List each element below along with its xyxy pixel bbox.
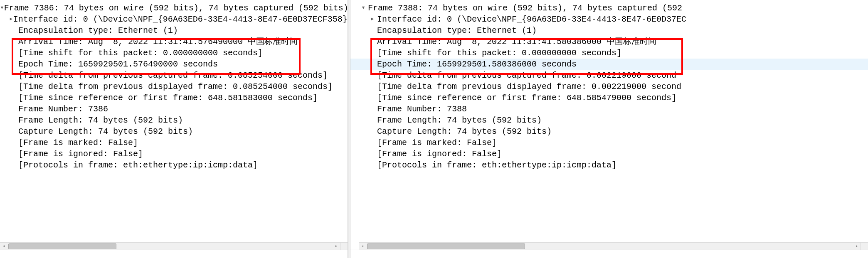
delta-captured: [Time delta from previous captured frame…: [377, 70, 676, 81]
scroll-right-icon[interactable]: ▸: [333, 243, 340, 250]
frame-marked: [Frame is marked: False]: [18, 137, 138, 148]
frame-ignored: [Frame is ignored: False]: [18, 148, 143, 160]
since-ref: [Time since reference or first frame: 64…: [377, 92, 676, 103]
interface-row[interactable]: Interface id: 0 (\Device\NPF_{96A63ED6-3…: [0, 14, 348, 25]
frame-length: Frame Length: 74 bytes (592 bits): [18, 115, 183, 126]
frame-length: Frame Length: 74 bytes (592 bits): [377, 115, 542, 126]
frame-number: Frame Number: 7388: [377, 103, 467, 115]
scroll-left-icon[interactable]: ◂: [0, 243, 7, 250]
horizontal-scrollbar[interactable]: ◂ ▸: [359, 242, 861, 250]
frame-length-row[interactable]: Frame Length: 74 bytes (592 bits): [0, 115, 348, 126]
packet-tree-right[interactable]: Frame 7388: 74 bytes on wire (592 bits),…: [350, 0, 868, 241]
frame-length-row[interactable]: Frame Length: 74 bytes (592 bits): [350, 115, 868, 126]
since-ref: [Time since reference or first frame: 64…: [18, 92, 318, 103]
encapsulation-type: Encapsulation type: Ethernet (1): [18, 25, 178, 36]
packet-details-pane-right: Frame 7388: 74 bytes on wire (592 bits),…: [350, 0, 868, 258]
capture-length-row[interactable]: Capture Length: 74 bytes (592 bits): [350, 126, 868, 137]
encapsulation-row[interactable]: Encapsulation type: Ethernet (1): [350, 25, 868, 36]
interface-id: Interface id: 0 (\Device\NPF_{96A63ED6-3…: [377, 14, 686, 25]
scrollbar-corner: [340, 242, 348, 250]
time-shift-row[interactable]: [Time shift for this packet: 0.000000000…: [0, 47, 348, 59]
since-ref-row[interactable]: [Time since reference or first frame: 64…: [350, 92, 868, 103]
chevron-right-icon[interactable]: [9, 14, 13, 25]
frame-number-row[interactable]: Frame Number: 7388: [350, 103, 868, 115]
protocols-row[interactable]: [Protocols in frame: eth:ethertype:ip:ic…: [350, 160, 868, 171]
scroll-left-icon[interactable]: ◂: [359, 243, 366, 250]
delta-displayed-row[interactable]: [Time delta from previous displayed fram…: [0, 81, 348, 92]
encapsulation-row[interactable]: Encapsulation type: Ethernet (1): [0, 25, 348, 36]
time-shift: [Time shift for this packet: 0.000000000…: [377, 47, 621, 59]
capture-length: Capture Length: 74 bytes (592 bits): [18, 126, 193, 137]
frame-ignored-row[interactable]: [Frame is ignored: False]: [350, 148, 868, 160]
frame-marked-row[interactable]: [Frame is marked: False]: [0, 137, 348, 148]
scroll-right-icon[interactable]: ▸: [853, 243, 861, 250]
protocols: [Protocols in frame: eth:ethertype:ip:ic…: [377, 160, 616, 171]
frame-summary: Frame 7386: 74 bytes on wire (592 bits),…: [4, 2, 348, 14]
delta-captured-row[interactable]: [Time delta from previous captured frame…: [0, 70, 348, 81]
interface-row[interactable]: Interface id: 0 (\Device\NPF_{96A63ED6-3…: [350, 14, 868, 25]
capture-length-row[interactable]: Capture Length: 74 bytes (592 bits): [0, 126, 348, 137]
frame-ignored-row[interactable]: [Frame is ignored: False]: [0, 148, 348, 160]
chevron-right-icon[interactable]: [368, 14, 377, 25]
frame-number: Frame Number: 7386: [18, 103, 108, 115]
encapsulation-type: Encapsulation type: Ethernet (1): [377, 25, 537, 36]
scrollbar-thumb[interactable]: [367, 243, 525, 249]
time-shift: [Time shift for this packet: 0.000000000…: [18, 47, 263, 59]
protocols-row[interactable]: [Protocols in frame: eth:ethertype:ip:ic…: [0, 160, 348, 171]
capture-length: Capture Length: 74 bytes (592 bits): [377, 126, 552, 137]
hex-dump-footer[interactable]: 0000 74 4c a1 6a 40 6b 08 aa 89 7a d3 62…: [350, 250, 868, 258]
frame-ignored: [Frame is ignored: False]: [377, 148, 502, 160]
chevron-down-icon[interactable]: [359, 2, 368, 14]
epoch-time-row[interactable]: Epoch Time: 1659929501.576490000 seconds: [0, 59, 348, 70]
frame-marked: [Frame is marked: False]: [377, 137, 497, 148]
epoch-time: Epoch Time: 1659929501.580386000 seconds: [377, 59, 577, 70]
chevron-down-icon[interactable]: [0, 2, 4, 14]
arrival-time: Arrival Time: Aug 8, 2022 11:31:41.58038…: [377, 36, 656, 47]
interface-id: Interface id: 0 (\Device\NPF_{96A63ED6-3…: [13, 14, 348, 25]
scrollbar-thumb[interactable]: [8, 243, 116, 249]
epoch-time-row[interactable]: Epoch Time: 1659929501.580386000 seconds: [350, 59, 868, 70]
since-ref-row[interactable]: [Time since reference or first frame: 64…: [0, 92, 348, 103]
delta-displayed: [Time delta from previous displayed fram…: [18, 81, 333, 92]
frame-number-row[interactable]: Frame Number: 7386: [0, 103, 348, 115]
packet-details-pane-left: Frame 7386: 74 bytes on wire (592 bits),…: [0, 0, 348, 258]
delta-displayed: [Time delta from previous displayed fram…: [377, 81, 681, 92]
delta-captured: [Time delta from previous captured frame…: [18, 70, 328, 81]
frame-marked-row[interactable]: [Frame is marked: False]: [350, 137, 868, 148]
scrollbar-corner: [861, 242, 868, 250]
frame-row[interactable]: Frame 7388: 74 bytes on wire (592 bits),…: [350, 2, 868, 14]
delta-captured-row[interactable]: [Time delta from previous captured frame…: [350, 70, 868, 81]
protocols: [Protocols in frame: eth:ethertype:ip:ic…: [18, 160, 258, 171]
frame-summary: Frame 7388: 74 bytes on wire (592 bits),…: [368, 2, 687, 14]
frame-row[interactable]: Frame 7386: 74 bytes on wire (592 bits),…: [0, 2, 348, 14]
delta-displayed-row[interactable]: [Time delta from previous displayed fram…: [350, 81, 868, 92]
horizontal-scrollbar[interactable]: ◂ ▸: [0, 242, 340, 250]
arrival-time-row[interactable]: Arrival Time: Aug 8, 2022 11:31:41.58038…: [350, 36, 868, 47]
arrival-time-row[interactable]: Arrival Time: Aug 8, 2022 11:31:41.57649…: [0, 36, 348, 47]
packet-tree-left[interactable]: Frame 7386: 74 bytes on wire (592 bits),…: [0, 0, 348, 241]
time-shift-row[interactable]: [Time shift for this packet: 0.000000000…: [350, 47, 868, 59]
epoch-time: Epoch Time: 1659929501.576490000 seconds: [18, 59, 218, 70]
hex-dump-footer[interactable]: 0000 08 aa 89 7a d3 62 74 4c a1 6a 40 6b…: [0, 250, 348, 258]
arrival-time: Arrival Time: Aug 8, 2022 11:31:41.57649…: [18, 36, 298, 47]
